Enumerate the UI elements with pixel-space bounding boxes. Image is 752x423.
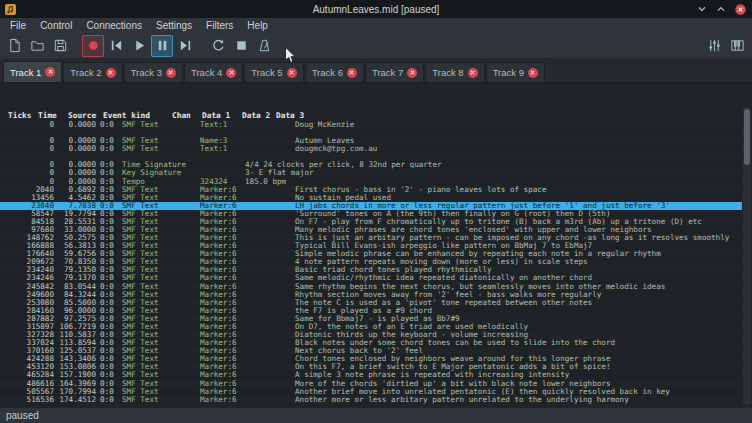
- cell-ticks: 0: [0, 121, 58, 129]
- loop-button[interactable]: [207, 35, 229, 57]
- metronome-button[interactable]: [253, 35, 275, 57]
- column-header-chan[interactable]: Chan: [172, 111, 191, 120]
- sliders-button[interactable]: [703, 35, 725, 57]
- tab-close-icon[interactable]: [468, 68, 478, 78]
- tab-track-2[interactable]: Track 2: [63, 62, 122, 82]
- piano-icon: [730, 38, 745, 53]
- cell-ticks: 0: [0, 145, 58, 153]
- maximize-button[interactable]: [715, 3, 727, 15]
- play-button[interactable]: [128, 35, 150, 57]
- event-row[interactable]: 00.00000:0SMF TextText:1Doug McKenzie: [0, 121, 742, 129]
- cell-time: 0.0000: [58, 121, 100, 129]
- cell-d2: [245, 396, 293, 404]
- app-icon: [5, 4, 16, 15]
- cell-ticks: 516536: [0, 396, 58, 404]
- cell-src: 0:0: [100, 121, 116, 129]
- cell-src: 0:0: [100, 145, 116, 153]
- tab-track-1[interactable]: Track 1: [3, 61, 62, 82]
- tab-label: Track 9: [493, 67, 524, 78]
- record-button[interactable]: [82, 35, 104, 57]
- tab-close-icon[interactable]: [528, 68, 538, 78]
- column-header-time[interactable]: Time: [38, 111, 57, 120]
- cell-d3: [293, 161, 742, 169]
- tab-label: Track 1: [10, 67, 41, 78]
- menu-item-connections[interactable]: Connections: [79, 20, 149, 31]
- status-bar: paused: [0, 407, 752, 423]
- cell-d3: Another more or less arbitary pattern un…: [293, 396, 742, 404]
- pause-button[interactable]: [151, 35, 173, 57]
- tab-close-icon[interactable]: [287, 68, 297, 78]
- column-header-ticks[interactable]: Ticks: [8, 111, 31, 120]
- cell-d2: [245, 242, 293, 250]
- tab-track-9[interactable]: Track 9: [486, 62, 545, 82]
- cell-d2: [245, 202, 293, 210]
- application-window: AutumnLeaves.mid [paused] FileControlCon…: [0, 0, 752, 423]
- stop-button[interactable]: [230, 35, 252, 57]
- cell-kind: SMF Text: [116, 121, 200, 129]
- cell-d2: [245, 145, 293, 153]
- cell-d2: [245, 129, 293, 137]
- cell-d2: [245, 186, 293, 194]
- toolbar: [0, 33, 752, 59]
- tab-label: Track 6: [312, 67, 343, 78]
- tab-track-7[interactable]: Track 7: [365, 62, 424, 82]
- title-bar: AutumnLeaves.mid [paused]: [0, 0, 752, 18]
- stop-icon: [234, 38, 249, 53]
- tab-close-icon[interactable]: [226, 68, 236, 78]
- menu-item-filters[interactable]: Filters: [199, 20, 240, 31]
- skip-to-end-button[interactable]: [174, 35, 196, 57]
- menu-item-file[interactable]: File: [3, 20, 33, 31]
- cell-d2: [245, 323, 293, 331]
- tab-close-icon[interactable]: [166, 68, 176, 78]
- menu-item-control[interactable]: Control: [33, 20, 79, 31]
- metronome-icon: [257, 38, 272, 53]
- cell-src: 0:0: [100, 396, 116, 404]
- cell-d2: [245, 307, 293, 315]
- event-row[interactable]: 516536174.45120:0SMF TextMarker:6Another…: [0, 396, 742, 404]
- cell-d2: [245, 331, 293, 339]
- event-table-body: 00.00000:0SMF TextText:1Doug McKenzie00.…: [0, 121, 742, 405]
- toolbar-right: [703, 35, 748, 57]
- column-header-data-1[interactable]: Data 1: [202, 111, 230, 120]
- tab-close-icon[interactable]: [407, 68, 417, 78]
- tab-track-8[interactable]: Track 8: [425, 62, 484, 82]
- tab-label: Track 4: [191, 67, 222, 78]
- skip-to-start-button[interactable]: [105, 35, 127, 57]
- window-title: AutumnLeaves.mid [paused]: [0, 4, 752, 15]
- cell-d2: [245, 121, 293, 129]
- minimize-button[interactable]: [696, 3, 708, 15]
- menu-item-help[interactable]: Help: [240, 20, 275, 31]
- save-button[interactable]: [49, 35, 71, 57]
- cell-d2: [245, 371, 293, 379]
- close-button[interactable]: [734, 3, 746, 15]
- tab-track-5[interactable]: Track 5: [244, 62, 303, 82]
- cell-d1: Text:1: [200, 121, 245, 129]
- cell-d2: [245, 363, 293, 371]
- cell-d1: [200, 153, 245, 161]
- record-icon: [86, 38, 101, 53]
- tab-track-4[interactable]: Track 4: [184, 62, 243, 82]
- piano-button[interactable]: [726, 35, 748, 57]
- cell-time: 174.4512: [58, 396, 100, 404]
- tab-label: Track 5: [251, 67, 282, 78]
- scrollbar-thumb[interactable]: [744, 109, 750, 165]
- column-header-source[interactable]: Source: [68, 111, 96, 120]
- column-header-data-3[interactable]: Data 3: [276, 111, 304, 120]
- tab-track-3[interactable]: Track 3: [124, 62, 183, 82]
- cell-d3: [293, 129, 742, 137]
- column-header-data-2[interactable]: Data 2: [242, 111, 270, 120]
- tab-close-icon[interactable]: [45, 67, 55, 77]
- new-file-button[interactable]: [3, 35, 25, 57]
- cell-d3: dougmck@tpg.com.au: [293, 145, 742, 153]
- toolbar-left: [3, 35, 275, 57]
- tab-close-icon[interactable]: [106, 68, 116, 78]
- tab-close-icon[interactable]: [347, 68, 357, 78]
- menu-item-settings[interactable]: Settings: [149, 20, 199, 31]
- event-row[interactable]: 00.00000:0SMF TextText:1dougmck@tpg.com.…: [0, 145, 742, 153]
- vertical-scrollbar[interactable]: [743, 107, 751, 405]
- sliders-icon: [707, 38, 722, 53]
- tab-track-6[interactable]: Track 6: [305, 62, 364, 82]
- cell-d2: [245, 388, 293, 396]
- open-file-button[interactable]: [26, 35, 48, 57]
- column-header-event-kind[interactable]: Event kind: [103, 111, 150, 120]
